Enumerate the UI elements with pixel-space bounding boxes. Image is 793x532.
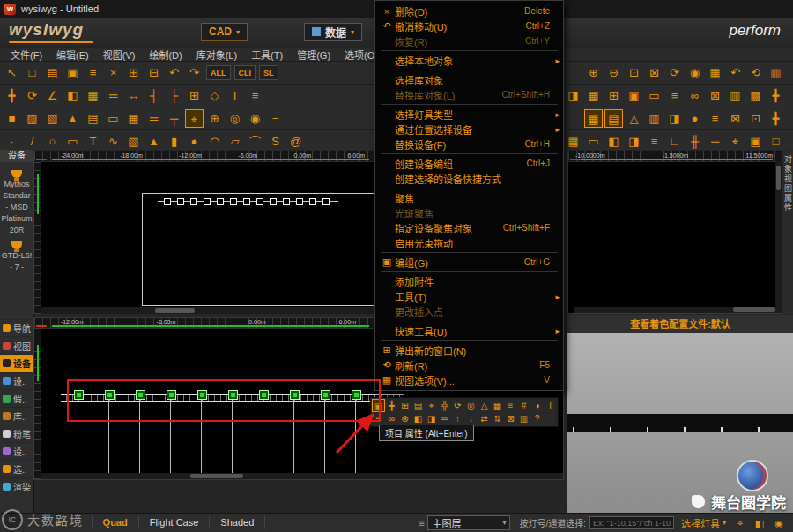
look-at-icon[interactable]: ◉ [686,63,704,82]
sidebar-tab-library[interactable]: 库.. [0,407,33,425]
camera-icon[interactable]: ▦ [706,63,724,82]
library-icon[interactable]: ▤ [411,399,425,412]
context-menu-item[interactable]: 更改插入点 [375,304,563,319]
raise-icon[interactable]: ↑ [451,412,464,425]
venue-outline[interactable] [142,193,374,306]
context-menu-item[interactable]: 指定设备聚焦对象Ctrl+Shift+F [375,220,563,235]
channel-icon[interactable]: # [517,399,530,412]
beam-view-icon[interactable]: ◉ [773,517,785,529]
context-menu-item[interactable]: 启用光束拖动 [375,235,563,250]
menubar-item[interactable]: 绘制(D) [142,48,189,62]
menubar-item[interactable]: 编辑(E) [49,48,96,62]
context-menu-item[interactable]: ×删除(D)Delete [375,4,563,18]
fixture-symbol[interactable] [243,198,250,205]
view-tab-flight-case[interactable]: Flight Case [139,516,211,529]
menubar-item[interactable]: 库对象(L) [189,48,244,62]
ladder-icon[interactable]: ╫ [686,132,704,151]
line-icon[interactable]: / [23,132,41,151]
help-icon[interactable]: ? [530,412,544,425]
speaker-icon[interactable]: ◨ [625,132,643,151]
cylinder-icon[interactable]: ▮ [165,132,183,151]
fixture-symbol[interactable] [190,198,197,205]
dash-icon[interactable]: − [266,109,285,128]
fixture-list-item[interactable]: Platinum [0,213,33,225]
notes-icon[interactable]: ≡ [665,86,684,105]
context-menu-item[interactable]: 替换库对象(L)Ctrl+Shift+H [375,87,563,102]
move-icon[interactable]: ╋ [3,86,21,105]
zoom-window-icon[interactable]: ⊡ [625,63,643,82]
sidebar-tab-select[interactable]: 选.. [0,460,33,477]
orbit-icon[interactable]: ⟳ [665,63,684,82]
context-menu-item[interactable]: 添加附件 [375,274,563,289]
spreadsheet-icon[interactable]: ▥ [645,109,663,128]
plane-icon[interactable]: ▱ [226,132,244,151]
scrollbar-thumb[interactable] [733,307,775,312]
scrollbar-thumb[interactable] [155,308,195,313]
context-menu-item[interactable]: 选择灯具类型▸ [375,107,563,122]
align-left-icon[interactable]: ◧ [411,412,425,425]
rotate-icon[interactable]: ⟳ [451,399,464,412]
context-menu-item[interactable]: ▦视图选项(V)...V [375,373,563,388]
lower-icon[interactable]: ↓ [464,412,478,425]
zoom-out-icon[interactable]: ⊖ [604,63,623,82]
position-icon[interactable]: ╬ [438,399,451,412]
fixture-symbol[interactable] [177,198,184,205]
lock-icon[interactable]: ⊠ [504,412,517,425]
context-menu-item[interactable]: 选择库对象 [375,72,563,87]
presentation-icon[interactable]: ▭ [645,86,663,105]
live-mode-icon[interactable]: ● [686,109,704,128]
cone-icon[interactable]: ▲ [145,132,163,151]
cube-edges-icon[interactable]: ▧ [43,109,62,128]
pipe-icon[interactable]: ═ [145,109,163,128]
context-menu-item[interactable]: 替换设备(F)Ctrl+H [375,137,563,151]
shortcuts-icon[interactable]: ╋ [385,399,398,412]
select-fixture-icon[interactable]: ⌖ [185,109,204,128]
sidebar-tab-chalk[interactable]: 粉笔 [0,425,33,442]
fixture-list-item[interactable]: 20R [0,225,33,236]
new-view-icon[interactable]: ⊞ [604,86,623,105]
view-layout-split-icon[interactable]: ◨ [564,86,582,105]
print-icon[interactable]: ≡ [84,63,102,82]
export-icon[interactable]: ⊠ [726,109,745,128]
refresh-view-icon[interactable]: ⟲ [746,63,765,82]
dome-icon[interactable]: ◠ [205,132,224,151]
insert-text-icon[interactable]: T [226,86,244,105]
offset-icon[interactable]: ═ [104,86,122,105]
context-menu-item[interactable]: 工具(T)▸ [375,289,563,304]
save-file-icon[interactable]: ▣ [63,63,82,82]
context-menu-item[interactable]: 快速工具(U)▸ [375,323,563,338]
select-tool-icon[interactable]: ↖ [3,63,21,82]
previous-view-icon[interactable]: ↶ [726,63,745,82]
link-views-icon[interactable]: ∞ [686,86,704,105]
sidebar-tab-settings[interactable]: 设.. [0,442,33,460]
view-properties-tab[interactable]: 对象视图属性 [782,151,793,314]
context-menu-item[interactable]: ▣编组(G)Ctrl+G [375,255,563,270]
open-file-icon[interactable]: ▤ [43,63,62,82]
distribute-icon[interactable]: ═ [438,412,451,425]
options-icon[interactable]: ▥ [517,412,530,425]
point-icon[interactable]: · [3,132,21,151]
context-menu-item[interactable]: ↶撤消移动(U)Ctrl+Z [375,18,563,33]
sidebar-tab-design[interactable]: 设.. [0,372,33,389]
fixture-list-item[interactable]: - MSD [0,202,33,213]
trim-icon[interactable]: ┤ [145,86,163,105]
design-mode-icon[interactable]: ◨ [665,109,684,128]
pipe-2-icon[interactable]: ─ [706,132,724,151]
align-right-icon[interactable]: ◨ [425,412,438,425]
context-menu-item[interactable]: 光斑聚焦 [375,205,563,220]
context-menu-item[interactable]: 聚焦 [375,190,563,205]
circle-icon[interactable]: ○ [43,132,62,151]
zoom-extents-icon[interactable]: ⊠ [645,63,663,82]
riser-icon[interactable]: ▤ [84,109,102,128]
sidebar-tab-view[interactable]: 视图 [0,336,33,354]
menubar-item[interactable]: 文件(F) [4,48,49,62]
cube-solid-icon[interactable]: ■ [3,109,21,128]
snap-point-icon[interactable]: ◇ [205,86,224,105]
cad-options-icon[interactable]: ▥ [767,63,785,82]
zoom-in-icon[interactable]: ⊕ [584,63,603,82]
fixture-symbol[interactable] [296,198,303,205]
link-icon[interactable]: ∞ [385,412,398,425]
fixture-icon[interactable]: ⌖ [425,399,438,412]
context-menu-item[interactable]: 创建设备编组Ctrl+J [375,156,563,171]
filter-sl-button[interactable]: SL [259,65,278,80]
